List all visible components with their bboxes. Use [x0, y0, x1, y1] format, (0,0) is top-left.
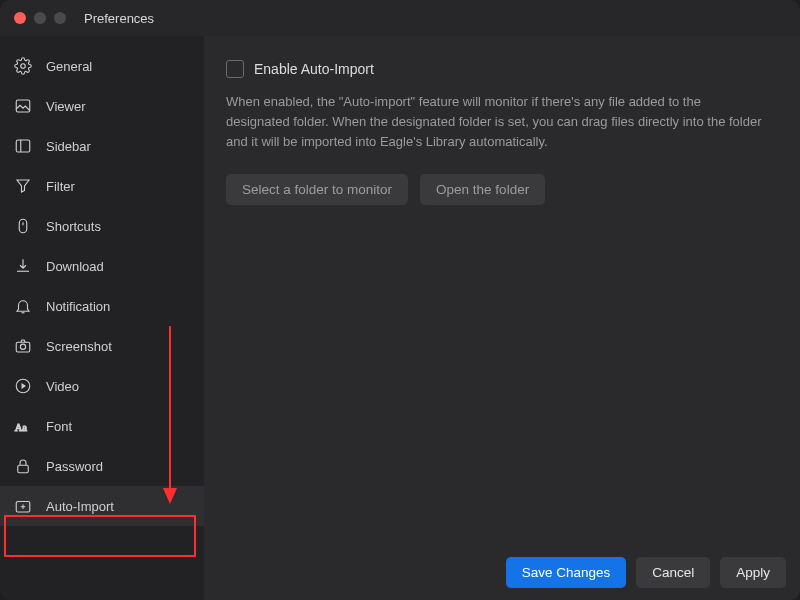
sidebar-item-notification[interactable]: Notification [0, 286, 204, 326]
svg-rect-4 [19, 219, 27, 233]
lock-icon [14, 457, 32, 475]
font-icon: Aa [14, 417, 32, 435]
sidebar-item-auto-import[interactable]: Auto-Import [0, 486, 204, 526]
sidebar-item-label: General [46, 59, 92, 74]
save-changes-button[interactable]: Save Changes [506, 557, 627, 588]
window-controls [14, 12, 66, 24]
mouse-icon [14, 217, 32, 235]
apply-button[interactable]: Apply [720, 557, 786, 588]
svg-rect-2 [16, 140, 30, 152]
sidebar-item-screenshot[interactable]: Screenshot [0, 326, 204, 366]
sidebar-item-shortcuts[interactable]: Shortcuts [0, 206, 204, 246]
camera-icon [14, 337, 32, 355]
sidebar-item-label: Font [46, 419, 72, 434]
sidebar-item-label: Screenshot [46, 339, 112, 354]
bell-icon [14, 297, 32, 315]
sidebar-item-password[interactable]: Password [0, 446, 204, 486]
sidebar-item-label: Auto-Import [46, 499, 114, 514]
sidebar-item-viewer[interactable]: Viewer [0, 86, 204, 126]
svg-rect-10 [18, 465, 29, 473]
folder-import-icon [14, 497, 32, 515]
maximize-icon[interactable] [54, 12, 66, 24]
sidebar-item-label: Password [46, 459, 103, 474]
sidebar-item-filter[interactable]: Filter [0, 166, 204, 206]
select-folder-button[interactable]: Select a folder to monitor [226, 174, 408, 205]
download-icon [14, 257, 32, 275]
main-panel: Enable Auto-Import When enabled, the "Au… [204, 36, 800, 600]
minimize-icon[interactable] [34, 12, 46, 24]
auto-import-description: When enabled, the "Auto-import" feature … [226, 92, 766, 152]
svg-rect-1 [16, 100, 30, 112]
open-folder-button[interactable]: Open the folder [420, 174, 545, 205]
sidebar-item-label: Shortcuts [46, 219, 101, 234]
enable-auto-import-label: Enable Auto-Import [254, 61, 374, 77]
svg-point-7 [20, 344, 25, 349]
sidebar-item-label: Video [46, 379, 79, 394]
sidebar-item-label: Download [46, 259, 104, 274]
sidebar-item-label: Notification [46, 299, 110, 314]
sidebar-item-label: Sidebar [46, 139, 91, 154]
gear-icon [14, 57, 32, 75]
sidebar-item-video[interactable]: Video [0, 366, 204, 406]
panel-icon [14, 137, 32, 155]
sidebar-item-font[interactable]: Aa Font [0, 406, 204, 446]
sidebar-item-label: Viewer [46, 99, 86, 114]
enable-auto-import-checkbox[interactable] [226, 60, 244, 78]
svg-point-0 [21, 64, 26, 69]
sidebar-item-label: Filter [46, 179, 75, 194]
close-icon[interactable] [14, 12, 26, 24]
sidebar-item-download[interactable]: Download [0, 246, 204, 286]
sidebar-item-general[interactable]: General [0, 46, 204, 86]
sidebar: General Viewer Sidebar Filter Shortcuts [0, 36, 204, 600]
sidebar-item-sidebar[interactable]: Sidebar [0, 126, 204, 166]
window-title: Preferences [84, 11, 154, 26]
svg-text:Aa: Aa [15, 422, 28, 433]
funnel-icon [14, 177, 32, 195]
titlebar: Preferences [0, 0, 800, 36]
play-circle-icon [14, 377, 32, 395]
image-icon [14, 97, 32, 115]
cancel-button[interactable]: Cancel [636, 557, 710, 588]
footer-buttons: Save Changes Cancel Apply [506, 557, 786, 588]
